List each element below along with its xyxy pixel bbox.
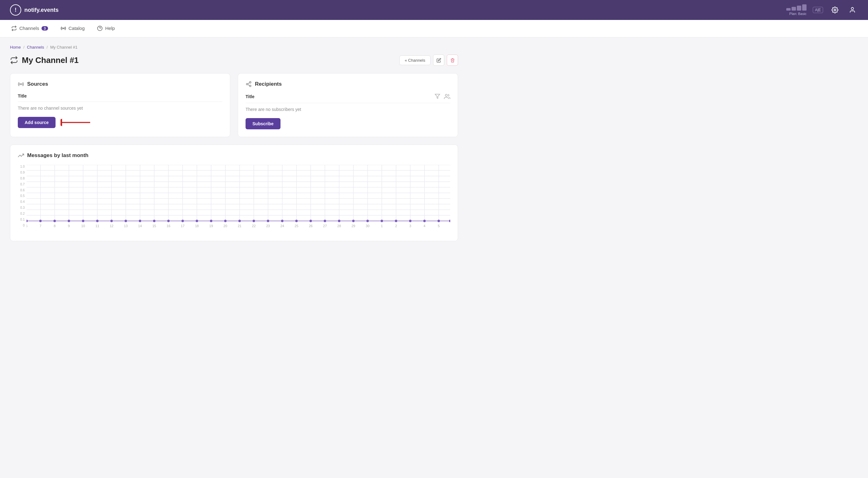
breadcrumb-channels[interactable]: Channels	[27, 45, 44, 49]
settings-button[interactable]	[829, 4, 841, 15]
svg-point-81	[381, 220, 383, 222]
chart-wrapper: 1.0 0.9 0.8 0.7 0.6 0.5 0.4 0.3 0.2 0.1 …	[18, 165, 450, 235]
chart-svg: 6 7 8 9 10 11 12 13 14 15 16 17 18 19 20…	[27, 165, 450, 233]
add-source-button[interactable]: Add source	[18, 117, 56, 128]
gear-icon	[832, 6, 838, 13]
svg-point-68	[196, 220, 198, 222]
plan-bars	[786, 4, 807, 10]
recipients-card: Recipients Title There are no subscriber…	[238, 73, 458, 137]
svg-text:13: 13	[124, 224, 128, 228]
svg-text:10: 10	[81, 224, 85, 228]
y-axis-labels: 1.0 0.9 0.8 0.7 0.6 0.5 0.4 0.3 0.2 0.1 …	[18, 165, 27, 235]
svg-text:19: 19	[209, 224, 213, 228]
svg-text:16: 16	[166, 224, 170, 228]
cards-row: Sources Title There are no channel sourc…	[10, 73, 458, 137]
svg-point-56	[27, 220, 28, 222]
svg-point-62	[111, 220, 113, 222]
svg-text:5: 5	[438, 224, 440, 228]
plan-bar-2	[792, 7, 796, 10]
svg-text:12: 12	[110, 224, 114, 228]
svg-text:7: 7	[40, 224, 41, 228]
svg-point-10	[250, 85, 251, 87]
user-button[interactable]	[847, 4, 858, 15]
logo-text: notify.events	[24, 7, 59, 13]
recipients-header-icons	[435, 94, 450, 100]
breadcrumb-sep-1: /	[23, 45, 25, 49]
delete-button[interactable]	[447, 55, 458, 66]
back-channels-button[interactable]: « Channels	[399, 56, 431, 65]
svg-text:30: 30	[366, 224, 369, 228]
svg-point-77	[324, 220, 327, 222]
svg-text:8: 8	[54, 224, 56, 228]
add-source-row: Add source	[18, 117, 222, 128]
svg-point-65	[153, 220, 155, 222]
nav-item-channels[interactable]: Channels 3	[10, 20, 49, 37]
recipients-icon	[246, 81, 252, 87]
main-content: Home / Channels / My Channel #1 My Chann…	[0, 37, 468, 249]
recipients-col-title: Title	[246, 94, 255, 99]
user-icon	[849, 6, 856, 13]
edit-button[interactable]	[433, 55, 444, 66]
chart-card: Messages by last month 1.0 0.9 0.8 0.7 0…	[10, 145, 458, 241]
channels-nav-label: Channels	[19, 26, 39, 31]
svg-point-84	[424, 220, 426, 222]
nav-item-catalog[interactable]: Catalog	[59, 20, 86, 37]
svg-point-0	[834, 9, 836, 11]
catalog-nav-label: Catalog	[69, 26, 85, 31]
svg-text:25: 25	[294, 224, 298, 228]
sources-table-header: Title	[18, 94, 222, 102]
channel-title-icon	[10, 56, 18, 64]
svg-point-60	[82, 220, 85, 222]
svg-text:20: 20	[223, 224, 227, 228]
svg-point-64	[139, 220, 141, 222]
svg-point-82	[395, 220, 397, 222]
svg-marker-13	[435, 94, 440, 99]
subscribe-button[interactable]: Subscribe	[246, 118, 280, 129]
breadcrumb-sep-2: /	[46, 45, 48, 49]
group-icon[interactable]	[444, 94, 450, 100]
nav-item-help[interactable]: Help	[96, 20, 116, 37]
svg-point-74	[281, 220, 284, 222]
svg-point-59	[68, 220, 70, 222]
sources-title-text: Sources	[27, 81, 48, 87]
svg-point-61	[96, 220, 99, 222]
arrow-svg	[61, 119, 92, 126]
translate-button[interactable]: A|E	[813, 7, 823, 13]
svg-text:3: 3	[409, 224, 411, 228]
svg-point-79	[352, 220, 355, 222]
svg-text:29: 29	[352, 224, 355, 228]
plan-area: Plan: Basic	[786, 4, 807, 15]
svg-text:23: 23	[266, 224, 270, 228]
page-title: My Channel #1	[10, 56, 79, 65]
recipients-card-title: Recipients	[246, 81, 450, 87]
sources-empty-text: There are no channel sources yet	[18, 106, 222, 111]
delete-icon	[450, 58, 455, 63]
chart-title-text: Messages by last month	[27, 152, 89, 159]
svg-text:17: 17	[181, 224, 185, 228]
recipients-title-text: Recipients	[255, 81, 282, 87]
svg-point-5	[20, 83, 21, 84]
recipients-empty-text: There are no subscribers yet	[246, 107, 450, 112]
svg-point-58	[53, 220, 56, 222]
svg-text:21: 21	[238, 224, 242, 228]
filter-icon[interactable]	[435, 94, 440, 99]
svg-text:15: 15	[152, 224, 156, 228]
breadcrumb-home[interactable]: Home	[10, 45, 21, 49]
svg-text:2: 2	[395, 224, 397, 228]
svg-point-76	[310, 220, 312, 222]
svg-text:6: 6	[27, 224, 27, 228]
sources-card-title: Sources	[18, 81, 222, 87]
svg-line-12	[248, 82, 250, 83]
svg-point-57	[39, 220, 42, 222]
catalog-icon	[61, 26, 66, 31]
svg-text:9: 9	[68, 224, 70, 228]
svg-point-1	[851, 7, 853, 10]
plan-bar-1	[786, 8, 790, 10]
svg-point-8	[250, 82, 251, 83]
chart-title: Messages by last month	[18, 152, 450, 159]
help-nav-label: Help	[105, 26, 115, 31]
arrow-annotation	[61, 119, 92, 126]
navigation: Channels 3 Catalog Help	[0, 20, 868, 37]
logo: ! notify.events	[10, 4, 59, 15]
svg-text:28: 28	[337, 224, 341, 228]
